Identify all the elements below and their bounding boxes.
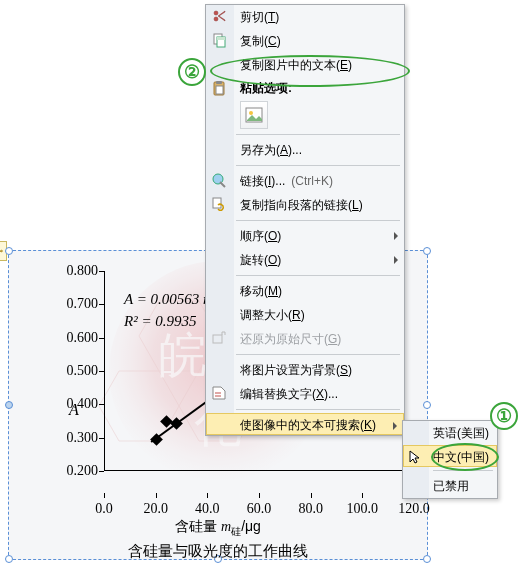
menu-make-text-searchable[interactable]: 使图像中的文本可搜索(K)	[206, 413, 404, 435]
alttext-label: 编辑替换文字	[240, 387, 312, 401]
fit-r2: R² = 0.9935	[124, 313, 197, 330]
cursor-icon	[407, 449, 425, 467]
menu-save-as[interactable]: 另存为(A)...	[206, 138, 404, 162]
menu-copy-paragraph-link[interactable]: 复制指向段落的链接(L)	[206, 193, 404, 217]
order-label: 顺序	[240, 229, 264, 243]
y-tick: 0.200	[58, 463, 98, 479]
callout-ring-2	[210, 55, 410, 87]
x-tick: 100.0	[342, 501, 382, 517]
svg-point-15	[249, 111, 253, 115]
menu-link[interactable]: 链接(I)...(Ctrl+K)	[206, 169, 404, 193]
resize-handle-ml[interactable]	[5, 401, 13, 409]
resize-label: 调整大小	[240, 308, 288, 322]
restore-label: 还原为原始尺寸	[240, 332, 324, 346]
link-label: 链接	[240, 174, 264, 188]
link-icon	[211, 196, 229, 214]
callout-ring-1	[431, 443, 499, 471]
svg-rect-12	[216, 81, 222, 84]
svg-rect-13	[216, 86, 223, 94]
x-tick: 120.0	[394, 501, 434, 517]
submenu-disabled[interactable]: 已禁用	[403, 474, 497, 498]
menu-cut[interactable]: 剪切(T)	[206, 5, 404, 29]
y-tick: 0.300	[58, 430, 98, 446]
submenu-english-us[interactable]: 英语(美国)	[403, 421, 497, 445]
x-label-unit: /μg	[241, 518, 261, 534]
globe-link-icon	[211, 172, 229, 190]
text-tag-icon	[211, 385, 229, 403]
menu-set-as-background[interactable]: 将图片设置为背景(S)	[206, 358, 404, 382]
copylink-label: 复制指向段落的链接	[240, 198, 348, 212]
restore-size-icon	[211, 330, 229, 348]
resize-handle-tr[interactable]	[423, 247, 431, 255]
menu-rotate[interactable]: 旋转(O)	[206, 248, 404, 272]
menu-move[interactable]: 移动(M)	[206, 279, 404, 303]
chevron-right-icon	[394, 232, 398, 240]
x-tick: 40.0	[187, 501, 227, 517]
x-tick: 80.0	[291, 501, 331, 517]
menu-paste-options	[206, 99, 404, 131]
paste-picture-button[interactable]	[240, 101, 268, 129]
chart-title: 含硅量与吸光度的工作曲线	[9, 542, 427, 561]
menu-separator	[236, 165, 400, 166]
menu-restore-original-size: 还原为原始尺寸(G)	[206, 327, 404, 351]
resize-handle-tl[interactable]	[5, 247, 13, 255]
svg-rect-10	[217, 37, 225, 40]
x-tick: 60.0	[239, 501, 279, 517]
menu-separator	[236, 275, 400, 276]
clipboard-icon	[211, 80, 229, 98]
menu-order[interactable]: 顺序(O)	[206, 224, 404, 248]
fit-equation: A = 0.00563 m	[124, 291, 214, 308]
x-label-prefix: 含硅量	[175, 518, 221, 534]
rotate-label: 旋转	[240, 253, 264, 267]
x-label-sub: 硅	[231, 526, 241, 537]
move-label: 移动	[240, 284, 264, 298]
copy-label: 复制	[240, 34, 264, 48]
x-axis-label: 含硅量 m硅/μg	[9, 518, 427, 539]
y-tick: 0.800	[58, 263, 98, 279]
x-label-var: m	[221, 519, 231, 534]
y-tick: 0.500	[58, 363, 98, 379]
copy-icon	[211, 32, 229, 50]
chevron-right-icon	[394, 256, 398, 264]
scissors-icon	[211, 8, 229, 26]
menu-resize[interactable]: 调整大小(R)	[206, 303, 404, 327]
cut-label: 剪切	[240, 10, 264, 24]
x-tick: 20.0	[136, 501, 176, 517]
svg-rect-18	[213, 335, 222, 343]
menu-separator	[236, 409, 400, 410]
menu-separator	[236, 354, 400, 355]
chevron-right-icon	[393, 422, 397, 430]
y-tick: 0.700	[58, 296, 98, 312]
menu-separator	[236, 220, 400, 221]
setbg-label: 将图片设置为背景	[240, 363, 336, 377]
resize-handle-mr[interactable]	[423, 401, 431, 409]
callout-1: ①	[490, 402, 518, 430]
menu-copy[interactable]: 复制(C)	[206, 29, 404, 53]
y-tick: 0.600	[58, 330, 98, 346]
x-tick: 0.0	[84, 501, 124, 517]
y-tick: 0.400	[58, 396, 98, 412]
menu-separator	[236, 134, 400, 135]
menu-edit-alt-text[interactable]: 编辑替换文字(X)...	[206, 382, 404, 406]
svg-rect-17	[213, 198, 221, 208]
callout-2: ②	[178, 58, 206, 86]
saveas-label: 另存为	[240, 143, 276, 157]
searchable-label: 使图像中的文本可搜索	[240, 418, 360, 432]
